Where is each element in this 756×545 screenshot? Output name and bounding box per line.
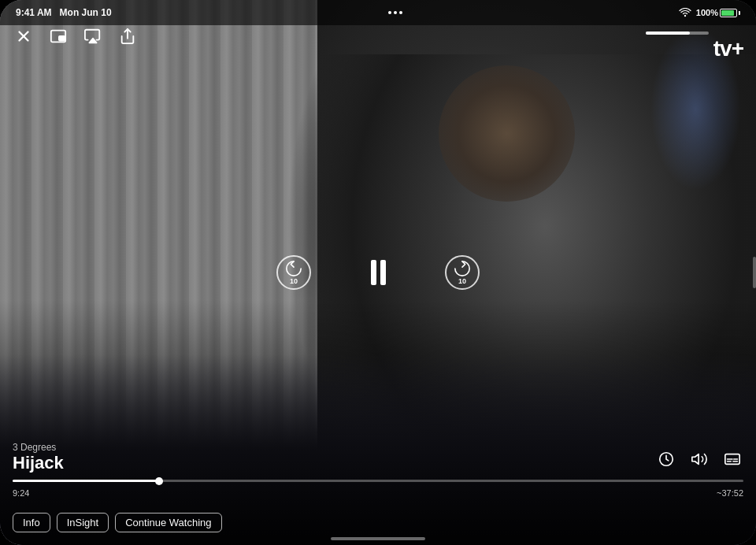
show-series: 3 Degrees — [13, 442, 743, 453]
time-row: 9:24 ~37:52 — [13, 488, 743, 498]
svg-point-0 — [684, 15, 686, 17]
progress-thumb — [155, 477, 163, 485]
progress-container[interactable] — [13, 480, 743, 482]
battery-percent: 100% — [696, 8, 718, 17]
skip-forward-button[interactable]: 10 — [445, 255, 480, 290]
top-controls — [13, 25, 139, 47]
skip-forward-label: 10 — [458, 278, 466, 285]
status-center — [388, 11, 402, 14]
skip-back-icon — [285, 260, 302, 277]
bottom-controls: 3 Degrees Hijack 9:24 ~37:52 — [0, 442, 756, 498]
pause-bar-right — [380, 260, 386, 285]
skip-back-button[interactable]: 10 — [276, 255, 311, 290]
status-left: 9:41 AM Mon Jun 10 — [16, 7, 112, 18]
ipad-frame: 9:41 AM Mon Jun 10 100% — [0, 0, 756, 545]
progress-fill — [13, 480, 159, 482]
volume-control[interactable] — [646, 32, 709, 35]
pause-bar-left — [371, 260, 376, 285]
continue-watching-button[interactable]: Continue Watching — [115, 513, 221, 532]
dot-3 — [399, 11, 402, 14]
three-dots — [388, 11, 402, 14]
status-time: 9:41 AM — [16, 7, 52, 18]
wifi-icon — [679, 8, 691, 17]
home-indicator — [331, 537, 425, 540]
show-title: Hijack — [13, 453, 743, 473]
tag-buttons: Info InSight Continue Watching — [13, 513, 222, 532]
dot-1 — [388, 11, 391, 14]
time-remaining: ~37:52 — [717, 488, 743, 498]
battery-fill — [721, 10, 734, 16]
progress-bar[interactable] — [13, 480, 743, 482]
side-handle — [753, 257, 756, 288]
status-bar: 9:41 AM Mon Jun 10 100% — [0, 0, 756, 25]
airplay-button[interactable] — [82, 25, 104, 47]
time-current: 9:24 — [13, 488, 29, 498]
apple-tv-logo: tv+ — [712, 36, 743, 61]
volume-slider[interactable] — [646, 32, 709, 35]
insight-button[interactable]: InSight — [57, 513, 109, 532]
share-button[interactable] — [117, 25, 139, 47]
pip-button[interactable] — [47, 25, 69, 47]
volume-fill — [646, 32, 690, 35]
center-controls: 10 10 — [276, 253, 480, 292]
bottom-gradient — [0, 300, 756, 545]
show-info: 3 Degrees Hijack — [13, 442, 743, 473]
status-date: Mon Jun 10 — [60, 7, 112, 18]
skip-back-label: 10 — [290, 278, 298, 285]
close-button[interactable] — [13, 25, 35, 47]
battery-body — [720, 9, 737, 17]
svg-marker-5 — [89, 39, 96, 43]
face-highlight — [439, 65, 575, 202]
dot-2 — [394, 11, 397, 14]
battery-indicator: 100% — [696, 8, 740, 17]
skip-forward-icon — [454, 260, 471, 277]
pause-icon — [371, 260, 386, 285]
battery-tip — [739, 11, 740, 15]
tv-plus-text: tv+ — [713, 36, 743, 61]
svg-rect-4 — [59, 36, 65, 41]
status-right: 100% — [679, 8, 740, 17]
pause-button[interactable] — [358, 253, 398, 292]
info-button[interactable]: Info — [13, 513, 50, 532]
